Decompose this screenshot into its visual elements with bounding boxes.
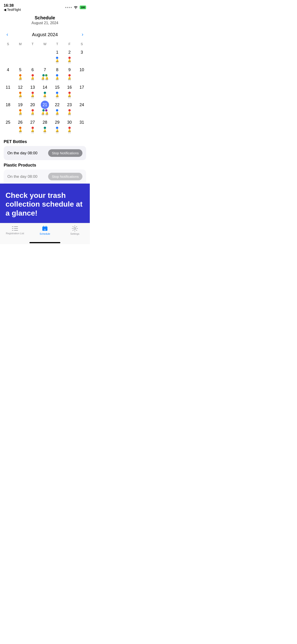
home-bar [30, 242, 60, 243]
table-row[interactable] [39, 48, 51, 65]
svg-text:21: 21 [44, 228, 46, 231]
table-row[interactable]: 24 [76, 100, 88, 117]
page-subtitle: August 21, 2024 [0, 21, 90, 25]
day-mon: M [14, 41, 26, 47]
table-row[interactable]: 12 🔔1/1 [14, 83, 26, 100]
back-button[interactable]: ◀ TestFlight [4, 8, 21, 12]
table-row[interactable]: 10 [76, 65, 88, 82]
svg-rect-0 [12, 226, 13, 227]
home-indicator [0, 241, 90, 244]
prev-month-button[interactable]: ‹ [4, 31, 10, 38]
tab-bar: Registration List 21 Schedule Settings [0, 223, 90, 241]
table-row[interactable]: 25 [2, 118, 14, 135]
table-row[interactable]: 11 [2, 83, 14, 100]
table-row[interactable]: 8 🔔1/1 [51, 65, 63, 82]
plastic-products-category: Plastic Products [4, 163, 86, 168]
plastic-products-row: On the day 08:00 Stop Notifications [4, 170, 86, 184]
svg-rect-3 [14, 226, 18, 227]
day-sun: S [2, 41, 14, 47]
promo-text: Check your trash collection schedule at … [6, 191, 84, 218]
svg-rect-9 [44, 226, 44, 227]
table-row[interactable]: 26 🔔1/1 [14, 118, 26, 135]
svg-rect-8 [42, 227, 48, 228]
table-row[interactable]: 4 [2, 65, 14, 82]
items-section: PET Bottles On the day 08:00 Stop Notifi… [0, 135, 90, 184]
promo-banner: Check your trash collection schedule at … [0, 184, 90, 223]
table-row[interactable]: 20 🔔1/1 [26, 100, 39, 117]
table-row[interactable]: 22 🔔1/1 [51, 100, 63, 117]
table-row[interactable]: 3 [76, 48, 88, 65]
table-row[interactable]: 29 🔔1/1 [51, 118, 63, 135]
table-row[interactable] [14, 48, 26, 65]
table-row[interactable]: 18 [2, 100, 14, 117]
tab-registration-list-label: Registration List [6, 232, 24, 235]
list-icon [12, 226, 18, 231]
pet-bottles-time: On the day 08:00 [7, 151, 37, 156]
table-row[interactable]: 23 🔔1/1 [63, 100, 76, 117]
page-title: Schedule [0, 15, 90, 20]
table-row[interactable]: 28 🔔1/1 [39, 118, 51, 135]
tab-registration-list[interactable]: Registration List [0, 226, 30, 235]
day-thu: T [51, 41, 63, 47]
table-row[interactable] [2, 48, 14, 65]
table-row[interactable]: 5 🔔1/1 [14, 65, 26, 82]
table-row[interactable]: 13 🔔1/1 [26, 83, 39, 100]
status-left: 16:38 ◀ TestFlight [4, 3, 21, 12]
day-wed: W [39, 41, 51, 47]
tab-schedule[interactable]: 21 Schedule [30, 226, 60, 235]
pet-bottles-row: On the day 08:00 Stop Notifications [4, 146, 86, 160]
table-row[interactable]: 16 🔔1/1 [63, 83, 76, 100]
wifi-icon [74, 6, 78, 9]
signal-icon [65, 7, 72, 8]
table-row[interactable]: 19 🔔1/1 [14, 100, 26, 117]
calendar-icon: 21 [42, 226, 48, 232]
tab-settings-label: Settings [70, 232, 80, 235]
calendar-month-year: August 2024 [32, 32, 58, 37]
table-row[interactable]: 15 🔔1/1 [51, 83, 63, 100]
calendar: S M T W T F S 1 🔔1/1 2 🔔1/1 3 4 5 [0, 41, 90, 135]
table-row[interactable]: 6 🔔1/1 [26, 65, 39, 82]
day-sat: S [76, 41, 88, 47]
tab-settings[interactable]: Settings [60, 226, 90, 235]
table-row[interactable]: 31 [76, 118, 88, 135]
table-row[interactable]: 9 🔔1/1 [63, 65, 76, 82]
svg-rect-2 [12, 230, 13, 230]
today-cell[interactable]: 21 🔔1/1 🔔1/1 [39, 100, 51, 117]
gear-icon [72, 226, 78, 232]
next-month-button[interactable]: › [80, 31, 85, 38]
tab-schedule-label: Schedule [40, 232, 50, 235]
plastic-products-stop-notif-button[interactable]: Stop Notifications [48, 173, 82, 180]
pet-bottles-stop-notif-button[interactable]: Stop Notifications [48, 149, 82, 157]
calendar-navigation: ‹ August 2024 › [0, 29, 90, 41]
calendar-header: S M T W T F S [2, 41, 88, 47]
svg-point-13 [74, 228, 76, 230]
table-row[interactable]: 7 🔔1/1 🔔1/1 [39, 65, 51, 82]
status-right: 100 [65, 6, 86, 9]
pet-bottles-category: PET Bottles [4, 139, 86, 144]
battery-indicator: 100 [80, 6, 86, 9]
table-row[interactable]: 27 🔔1/1 [26, 118, 39, 135]
table-row[interactable]: 17 [76, 83, 88, 100]
plastic-products-time: On the day 08:00 [7, 174, 37, 179]
svg-rect-5 [14, 230, 18, 230]
table-row[interactable]: 2 🔔1/1 [63, 48, 76, 65]
svg-rect-11 [42, 228, 48, 228]
page-header: Schedule August 21, 2024 [0, 13, 90, 29]
status-time: 16:38 [4, 3, 14, 8]
svg-rect-10 [46, 226, 46, 227]
svg-rect-1 [12, 228, 13, 229]
status-bar: 16:38 ◀ TestFlight 100 [0, 0, 90, 13]
day-tue: T [26, 41, 39, 47]
table-row[interactable]: 30 🔔1/1 [63, 118, 76, 135]
table-row[interactable] [26, 48, 39, 65]
table-row[interactable]: 1 🔔1/1 [51, 48, 63, 65]
calendar-grid: 1 🔔1/1 2 🔔1/1 3 4 5 🔔1/1 6 🔔1/1 7 [2, 48, 88, 135]
table-row[interactable]: 14 🔔1/1 [39, 83, 51, 100]
svg-rect-4 [14, 228, 18, 229]
day-fri: F [63, 41, 76, 47]
